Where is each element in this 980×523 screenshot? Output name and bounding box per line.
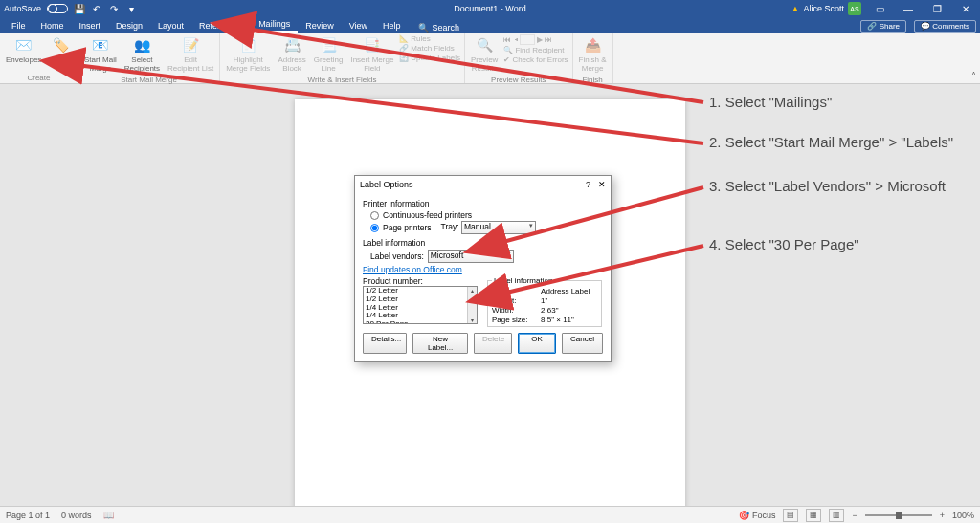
page-printers-label: Page printers (383, 223, 432, 232)
word-count[interactable]: 0 words (61, 511, 92, 520)
comments-label: Comments (932, 22, 969, 31)
continuous-feed-radio[interactable] (370, 211, 379, 220)
check-errors-button: ✔ Check for Errors (503, 55, 568, 64)
address-block-button: 📇Address Block (276, 34, 307, 76)
tab-mailings[interactable]: Mailings (251, 17, 298, 33)
ribbon-display-icon[interactable]: ▭ (865, 0, 894, 17)
zoom-in-icon[interactable]: + (940, 511, 945, 520)
highlight-icon: 📄 (238, 36, 257, 55)
label-info-box-title: Label information (492, 276, 554, 285)
info-height-label: Height: (492, 296, 535, 305)
preview-results-label: Preview Results (471, 56, 498, 74)
label-info-box: Label information Type:Address Label Hei… (487, 276, 602, 327)
tab-references[interactable]: References (191, 19, 251, 33)
new-label-button[interactable]: New Label... (412, 333, 468, 354)
labels-icon: 🏷️ (51, 36, 70, 55)
collapse-ribbon-icon[interactable]: ˄ (971, 71, 976, 81)
print-layout-icon[interactable]: ▦ (806, 509, 821, 522)
autosave-label: AutoSave (4, 4, 41, 13)
printer-info-label: Printer information (363, 199, 603, 208)
ok-button[interactable]: OK (518, 333, 556, 354)
envelope-icon: ✉️ (14, 36, 33, 55)
details-button[interactable]: Details... (363, 333, 407, 354)
dialog-close-icon[interactable]: ✕ (598, 180, 606, 189)
info-height-value: 1" (541, 296, 597, 305)
qat-customize-icon[interactable]: ▾ (125, 3, 137, 14)
undo-icon[interactable]: ↶ (91, 3, 102, 14)
tray-value: Manual (464, 222, 491, 231)
label-vendors-label: Label vendors: (370, 251, 424, 261)
save-icon[interactable]: 💾 (74, 3, 85, 14)
cancel-button[interactable]: Cancel (562, 333, 603, 354)
autosave-toggle[interactable] (47, 4, 68, 13)
tab-insert[interactable]: Insert (72, 19, 109, 33)
spellcheck-icon[interactable]: 📖 (103, 511, 114, 520)
tab-review[interactable]: Review (298, 19, 342, 33)
find-updates-link[interactable]: Find updates on Office.com (363, 265, 462, 274)
tab-layout[interactable]: Layout (150, 19, 191, 33)
tab-home[interactable]: Home (33, 19, 72, 33)
annotation-4: 4. Select "30 Per Page" (709, 236, 859, 252)
zoom-slider[interactable] (865, 514, 932, 516)
labels-button[interactable]: 🏷️Labels (47, 34, 74, 67)
read-mode-icon[interactable]: ▤ (783, 509, 798, 522)
zoom-out-icon[interactable]: − (852, 511, 857, 520)
start-mail-merge-button[interactable]: 📧Start Mail Merge (82, 34, 119, 76)
edit-recipient-list-label: Edit Recipient List (167, 56, 213, 74)
minimize-icon[interactable]: ― (894, 0, 923, 17)
scroll-up-icon[interactable]: ▴ (471, 287, 474, 294)
maximize-icon[interactable]: ❐ (923, 0, 951, 17)
greeting-icon: 📃 (319, 36, 338, 55)
info-page-label: Page size: (492, 316, 535, 324)
zoom-value[interactable]: 100% (952, 511, 974, 520)
page-printers-radio[interactable] (370, 224, 379, 232)
document-title: Document1 - Word (454, 4, 525, 13)
focus-button[interactable]: 🎯 Focus (739, 511, 775, 520)
ribbon-body: ✉️Envelopes 🏷️Labels Create 📧Start Mail … (0, 33, 980, 84)
insert-field-icon: 📑 (363, 36, 382, 55)
preview-results-button: 🔍Preview Results (469, 34, 500, 76)
match-fields-label: Match Fields (411, 44, 454, 53)
comments-button[interactable]: 💬 Comments (914, 20, 976, 33)
warning-icon[interactable]: ▲ (791, 4, 800, 13)
page-status[interactable]: Page 1 of 1 (6, 511, 50, 520)
dialog-title: Label Options (360, 180, 413, 189)
scroll-down-icon[interactable]: ▾ (471, 316, 474, 323)
dialog-help-icon[interactable]: ? (586, 180, 590, 189)
finish-merge-label: Finish & Merge (579, 56, 607, 74)
nav-first-icon: ⏮ ◀ ▶ ⏭ (503, 34, 568, 45)
info-width-value: 2.63" (541, 306, 597, 315)
tray-label: Tray: (441, 222, 459, 231)
titlebar: AutoSave 💾 ↶ ↷ ▾ Document1 - Word ▲ Alic… (0, 0, 980, 17)
create-group-label: Create (4, 74, 74, 82)
update-labels-label: Update Labels (411, 54, 460, 62)
envelopes-label: Envelopes (6, 56, 41, 65)
product-listbox[interactable]: 1/2 Letter 1/2 Letter 1/4 Letter 1/4 Let… (363, 286, 478, 324)
web-layout-icon[interactable]: ▥ (829, 509, 844, 522)
focus-label: Focus (752, 511, 776, 520)
user-name[interactable]: Alice Scott (803, 4, 844, 13)
annotation-3: 3. Select "Label Vendors" > Microsoft (709, 178, 946, 194)
tab-view[interactable]: View (342, 19, 375, 33)
labels-label: Labels (49, 56, 72, 65)
search-icon: 🔍 (418, 23, 429, 33)
tab-file[interactable]: File (4, 19, 33, 33)
close-icon[interactable]: ✕ (951, 0, 980, 17)
tab-design[interactable]: Design (108, 19, 150, 33)
list-item[interactable]: 30 Per Page (364, 320, 477, 324)
search-box[interactable]: 🔍 Search (418, 23, 460, 33)
user-avatar[interactable]: AS (848, 2, 861, 15)
preview-group-label: Preview Results (469, 76, 568, 84)
mail-merge-icon: 📧 (91, 36, 110, 55)
select-recipients-button[interactable]: 👥Select Recipients (122, 34, 162, 76)
label-vendors-select[interactable]: Microsoft (428, 250, 514, 263)
listbox-scrollbar[interactable]: ▴▾ (467, 287, 477, 323)
redo-icon[interactable]: ↷ (108, 3, 120, 14)
envelopes-button[interactable]: ✉️Envelopes (4, 34, 43, 67)
share-button[interactable]: 🔗 Share (860, 20, 906, 33)
insert-merge-field-label: Insert Merge Field (350, 56, 393, 74)
edit-list-icon: 📝 (181, 36, 200, 55)
tray-select[interactable]: Manual (461, 221, 536, 234)
tab-help[interactable]: Help (375, 19, 409, 33)
find-recipient-button: 🔍 Find Recipient (503, 46, 568, 54)
